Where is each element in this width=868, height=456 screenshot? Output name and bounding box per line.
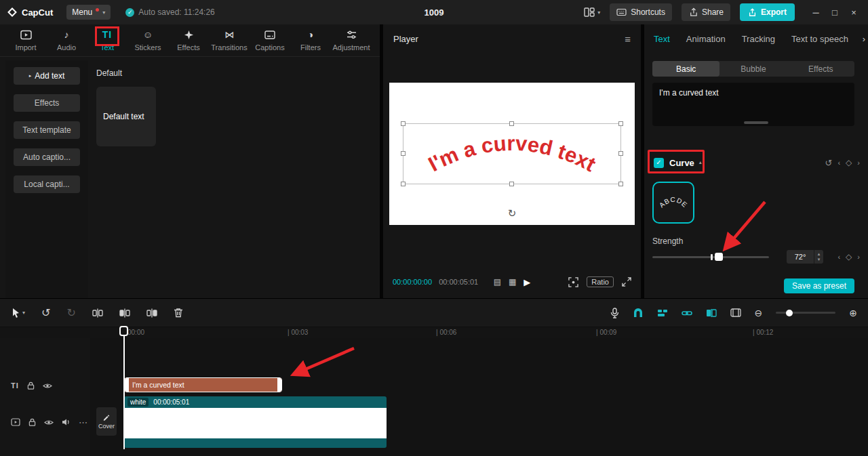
redo-button[interactable]: ↻ bbox=[66, 306, 75, 319]
playhead[interactable] bbox=[123, 327, 125, 449]
stepper-up-icon[interactable]: ▴ bbox=[818, 251, 821, 257]
menu-button[interactable]: Menu ▾ bbox=[66, 5, 111, 20]
split-button[interactable] bbox=[92, 308, 103, 318]
keyframe-diamond-icon[interactable]: ◇ bbox=[846, 253, 852, 261]
curve-style-card[interactable]: ABCDE bbox=[652, 182, 694, 224]
zoom-out-button[interactable]: ⊖ bbox=[755, 308, 763, 318]
reset-icon[interactable]: ↺ bbox=[825, 159, 833, 167]
selection-handle[interactable] bbox=[401, 182, 406, 186]
minimize-button[interactable]: ─ bbox=[808, 7, 823, 18]
delete-left-button[interactable] bbox=[119, 308, 130, 318]
curve-checkbox[interactable]: ✓ bbox=[654, 158, 664, 168]
selection-box[interactable] bbox=[403, 123, 621, 184]
selection-handle[interactable] bbox=[401, 121, 406, 126]
shortcuts-button[interactable]: Shortcuts bbox=[610, 3, 672, 21]
playhead-handle[interactable] bbox=[119, 326, 128, 336]
subtab-effects[interactable]: Effects bbox=[787, 61, 854, 77]
default-text-card[interactable]: Default text bbox=[96, 87, 156, 146]
cover-button[interactable]: Cover bbox=[96, 407, 117, 436]
zoom-slider-handle[interactable] bbox=[786, 310, 793, 316]
ratio-button[interactable]: Ratio bbox=[587, 276, 614, 287]
tab-audio[interactable]: ♪ Audio bbox=[46, 28, 87, 56]
sidebar-item-local-captions[interactable]: Local capti... bbox=[14, 175, 80, 193]
keyframe-prev-icon[interactable]: ‹ bbox=[837, 253, 840, 261]
fullscreen-icon[interactable] bbox=[622, 277, 631, 287]
sidebar-item-add-text[interactable]: ▸ Add text bbox=[14, 67, 80, 85]
tab-effects[interactable]: Effects bbox=[168, 28, 209, 56]
tab-inspector-text[interactable]: Text bbox=[654, 34, 670, 44]
select-tool-button[interactable]: ▾ bbox=[11, 308, 25, 318]
sidebar-item-text-template[interactable]: Text template bbox=[14, 121, 80, 139]
auto-ripple-button[interactable] bbox=[657, 308, 668, 318]
strength-slider[interactable] bbox=[652, 256, 769, 258]
tab-captions[interactable]: Captions bbox=[250, 28, 290, 56]
tabs-overflow-icon[interactable]: › bbox=[860, 24, 868, 53]
tab-adjustment[interactable]: Adjustment bbox=[331, 28, 372, 56]
preview-canvas[interactable]: I'm a curved text ↻ bbox=[389, 83, 635, 225]
speaker-icon[interactable] bbox=[62, 418, 71, 426]
tab-stickers[interactable]: ☺ Stickers bbox=[127, 28, 168, 56]
timeline-zoom-slider[interactable] bbox=[776, 312, 835, 314]
maximize-button[interactable]: □ bbox=[827, 7, 842, 18]
link-clips-button[interactable] bbox=[682, 308, 692, 318]
frame-view-icon[interactable]: ▤ bbox=[494, 278, 501, 286]
share-button[interactable]: Share bbox=[682, 3, 730, 21]
frame-grid-icon[interactable]: ▦ bbox=[509, 278, 516, 286]
record-voiceover-button[interactable] bbox=[610, 308, 619, 318]
rotate-handle-icon[interactable]: ↻ bbox=[508, 208, 517, 218]
eye-icon[interactable] bbox=[43, 382, 52, 390]
strength-stepper[interactable]: ▴ ▾ bbox=[814, 250, 823, 264]
zoom-in-button[interactable]: ⊕ bbox=[849, 308, 857, 318]
delete-button[interactable] bbox=[174, 308, 183, 318]
stepper-down-icon[interactable]: ▾ bbox=[818, 257, 821, 262]
tab-inspector-animation[interactable]: Animation bbox=[686, 34, 726, 44]
close-button[interactable]: × bbox=[846, 7, 861, 18]
sidebar-item-effects[interactable]: Effects bbox=[14, 94, 80, 112]
selection-handle[interactable] bbox=[401, 151, 406, 156]
selection-handle[interactable] bbox=[618, 121, 623, 126]
keyframe-diamond-icon[interactable]: ◇ bbox=[846, 159, 852, 167]
strength-slider-handle[interactable] bbox=[715, 253, 723, 261]
text-clip[interactable]: I'm a curved text bbox=[124, 377, 282, 392]
lock-icon[interactable] bbox=[27, 381, 35, 390]
video-clip[interactable]: white 00:00:05:01 bbox=[124, 396, 387, 448]
delete-right-button[interactable] bbox=[146, 308, 157, 318]
subtab-basic[interactable]: Basic bbox=[652, 61, 719, 77]
selection-handle[interactable] bbox=[509, 121, 514, 126]
tab-text[interactable]: TI Text bbox=[87, 28, 127, 56]
clip-trim-handle-right[interactable] bbox=[277, 378, 281, 392]
sidebar-item-auto-captions[interactable]: Auto captio... bbox=[14, 148, 80, 166]
tab-filters[interactable]: ◑ Filters bbox=[290, 28, 331, 56]
keyframe-next-icon[interactable]: › bbox=[857, 253, 860, 261]
layout-toggle-button[interactable]: ▾ bbox=[584, 7, 600, 17]
focus-icon[interactable] bbox=[568, 277, 578, 287]
more-options-icon[interactable]: ⋯ bbox=[79, 417, 87, 428]
keyframe-prev-icon[interactable]: ‹ bbox=[837, 159, 840, 167]
text-content-input[interactable]: I'm a curved text bbox=[652, 83, 854, 126]
selection-handle[interactable] bbox=[618, 182, 623, 186]
keyframe-next-icon[interactable]: › bbox=[857, 159, 860, 167]
textbox-scrollbar[interactable] bbox=[744, 121, 768, 124]
preview-axis-button[interactable] bbox=[706, 308, 717, 318]
tab-import[interactable]: Import bbox=[5, 28, 46, 56]
strength-value-input[interactable]: 72° bbox=[787, 250, 814, 264]
player-menu-icon[interactable]: ≡ bbox=[625, 34, 631, 44]
eye-icon[interactable] bbox=[44, 419, 54, 426]
tab-transitions[interactable]: ⋈ Transitions bbox=[209, 28, 250, 56]
tab-inspector-tracking[interactable]: Tracking bbox=[742, 34, 775, 44]
collapse-icon[interactable]: ▴ bbox=[699, 160, 702, 165]
undo-button[interactable]: ↺ bbox=[41, 306, 50, 319]
selection-handle[interactable] bbox=[509, 182, 514, 186]
save-as-preset-button[interactable]: Save as preset bbox=[784, 278, 854, 293]
timeline-lanes[interactable]: Cover I'm a curved text white 00:00:05:0… bbox=[90, 338, 868, 456]
play-button[interactable]: ▶ bbox=[524, 278, 530, 287]
preview-frame-button[interactable] bbox=[730, 308, 741, 317]
export-button[interactable]: Export bbox=[740, 3, 795, 21]
selection-handle[interactable] bbox=[618, 151, 623, 156]
magnetic-snap-button[interactable] bbox=[633, 308, 644, 318]
tab-inspector-tts[interactable]: Text to speech bbox=[791, 34, 848, 44]
timeline-ruler[interactable]: 00:00 | 00:03 | 00:06 | 00:09 | 00:12 bbox=[90, 327, 868, 338]
clip-trim-handle-left[interactable] bbox=[125, 378, 129, 392]
lock-icon[interactable] bbox=[28, 418, 36, 426]
subtab-bubble[interactable]: Bubble bbox=[719, 61, 787, 77]
